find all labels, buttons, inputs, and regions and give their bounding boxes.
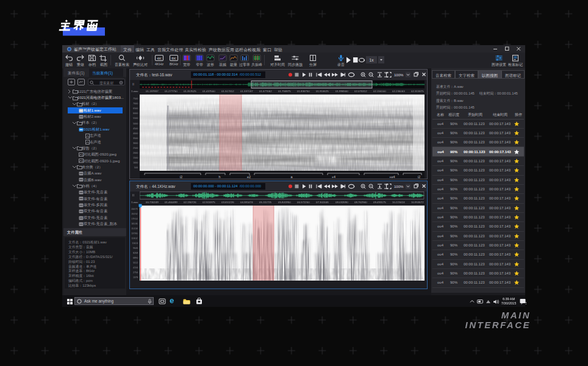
svg-text:5: 5 [526, 301, 527, 304]
svg-text:a: a [290, 175, 293, 179]
svg-text:+4: +4 [332, 175, 335, 179]
svg-text:8K: 8K [171, 57, 176, 60]
svg-text:i2: i2 [180, 175, 182, 179]
svg-text:100%: 100% [394, 73, 404, 77]
svg-text:100%: 100% [394, 185, 404, 188]
svg-text:e2: e2 [247, 175, 251, 179]
svg-text:i2: i2 [418, 175, 420, 179]
svg-text:4K: 4K [157, 57, 161, 60]
svg-text:+e4: +e4 [389, 175, 395, 179]
svg-text:h: h [218, 175, 220, 179]
